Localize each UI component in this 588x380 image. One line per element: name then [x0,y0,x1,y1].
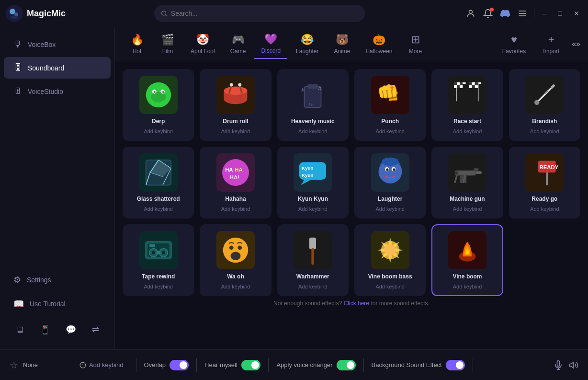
close-button[interactable]: ✕ [571,9,582,18]
tab-more[interactable]: ⊞ More [401,30,430,58]
sidebar-item-settings[interactable]: ⚙ Settings [4,269,111,291]
vine-boom-bass-keybind[interactable]: Add keybind [375,284,405,289]
machine-gun-keybind[interactable]: Add keybind [453,206,482,212]
heavenly-image: ♪ ♫ ♪♪ [294,76,332,114]
laughter-icon: 😂 [301,34,314,46]
heavenly-keybind[interactable]: Add keybind [298,128,328,134]
race-start-name: Race start [453,118,481,125]
tab-halloween[interactable]: 🎃 Halloween [359,30,399,58]
collapse-button[interactable]: «» [572,40,580,48]
brandish-image [525,76,564,114]
hear-myself-toggle[interactable] [241,360,260,370]
click-here-link[interactable]: Click here [344,300,369,307]
punch-keybind[interactable]: Add keybind [375,128,405,134]
tape-keybind[interactable]: Add keybind [144,284,173,289]
hear-myself-toggle-group: Hear myself [204,360,260,370]
background-sound-toggle[interactable] [446,360,465,370]
discord-icon[interactable] [499,8,511,19]
sound-card-vine-boom[interactable]: Vine boom Add keybind [431,224,503,296]
svg-rect-24 [308,84,318,89]
tab-hot[interactable]: 🔥 Hot [123,30,151,58]
svg-text:♪: ♪ [301,86,304,93]
add-keybind-label: Add keybind [89,361,124,368]
add-keybind-button[interactable]: Add keybind [75,359,128,370]
tab-import[interactable]: + Import [536,30,566,58]
microphone-icon[interactable] [554,360,563,370]
search-input[interactable] [171,10,358,17]
sound-card-laughter[interactable]: Laughter Add keybind [354,147,426,219]
svg-point-86 [152,251,155,254]
sound-card-hahaha[interactable]: HA HA HA! Hahaha Add keybind [200,147,271,219]
transfer-icon[interactable]: ⇌ [89,322,102,338]
sound-card-kyun-kyun[interactable]: Kyun Kyun Kyun Kyun Add keybind [277,147,349,219]
sound-card-wa-oh[interactable]: Wa oh Add keybind [200,224,271,296]
tab-april-fool[interactable]: 🤡 April Fool [184,30,222,58]
sound-card-machine-gun[interactable]: Machine gun Add keybind [431,147,503,219]
sound-card-glass[interactable]: Glass shattered Add keybind [123,147,194,219]
sound-card-derp[interactable]: Drp Derp Add keybind [123,69,194,141]
search-bar[interactable] [154,5,365,22]
sidebar-item-voicebox[interactable]: 🎙 VoiceBox [4,34,111,55]
tab-anime[interactable]: 🐻 Anime [327,30,357,58]
hahaha-keybind[interactable]: Add keybind [221,206,250,212]
sound-grid-wrapper[interactable]: Drp Derp Add keybind [115,61,588,349]
vine-boom-bass-name: Vine boom bass [368,273,412,280]
bb-divider-4 [363,358,364,372]
divider [534,9,534,18]
derp-keybind[interactable]: Add keybind [144,128,173,134]
volume-icon[interactable] [569,360,578,370]
sidebar-item-voicestudio[interactable]: 🎚 VoiceStudio [4,81,111,102]
hot-icon: 🔥 [131,34,144,46]
svg-text:HA: HA [235,167,242,173]
race-start-keybind[interactable]: Add keybind [453,128,482,134]
game-icon: 🎮 [232,34,245,46]
overlap-toggle[interactable] [170,360,189,370]
sound-card-brandish[interactable]: Brandish Add keybind [509,69,580,141]
sidebar-item-soundboard[interactable]: 🎛 Soundboard [4,57,111,79]
laughter-image [371,153,409,192]
tab-discord[interactable]: 💜 Discord [254,29,287,59]
apply-voice-toggle[interactable] [337,360,356,370]
tutorial-icon: 📖 [13,299,24,309]
notification-icon[interactable] [482,8,494,19]
sound-card-vine-boom-bass[interactable]: Vine boom bass Add keybind [354,224,426,296]
brandish-keybind[interactable]: Add keybind [530,128,559,134]
kyun-keybind[interactable]: Add keybind [298,206,328,212]
menu-icon[interactable] [517,8,528,19]
laughter-keybind[interactable]: Add keybind [375,206,405,212]
svg-point-18 [224,87,247,95]
sound-card-ready-go[interactable]: READY Ready go Add keybind [509,147,580,219]
glass-keybind[interactable]: Add keybind [144,206,173,212]
footer-note: Not enough sound effects? Click here for… [123,296,580,309]
user-icon[interactable] [465,8,476,19]
svg-point-4 [161,11,166,15]
warhammer-keybind[interactable]: Add keybind [298,284,328,289]
sound-card-heavenly[interactable]: ♪ ♫ ♪♪ Heavenly music Add keybind [277,69,349,141]
maximize-button[interactable]: □ [555,9,565,18]
bb-divider-2 [196,358,197,372]
tab-game-label: Game [230,48,246,55]
screen-share-icon[interactable]: 🖥 [12,322,27,338]
wa-oh-keybind[interactable]: Add keybind [221,284,250,289]
bb-divider-5 [473,358,473,372]
favorite-star-icon[interactable]: ☆ [10,359,18,371]
sound-card-punch[interactable]: 👊 ✦ ✦ Punch Add keybind [354,69,426,141]
sidebar-item-tutorial[interactable]: 📖 Use Tutorial [4,293,111,315]
sound-card-race-start[interactable]: Race start Add keybind [431,69,503,141]
tab-favorites[interactable]: ♥ Favorites [496,30,532,58]
vine-boom-keybind[interactable]: Add keybind [453,284,482,289]
tab-game[interactable]: 🎮 Game [224,30,253,58]
mobile-icon[interactable]: 📱 [37,322,53,338]
sound-card-drum-roll[interactable]: Drum roll Add keybind [200,69,271,141]
background-sound-toggle-group: Background Sound Effect [372,360,465,370]
chat-icon[interactable]: 💬 [63,322,79,338]
sound-card-tape-rewind[interactable]: Tape rewind Add keybind [123,224,194,296]
svg-line-77 [455,175,457,183]
tab-film[interactable]: 🎬 Film [153,30,182,58]
apply-voice-toggle-group: Apply voice changer [276,360,355,370]
sound-card-warhammer[interactable]: Warhammer Add keybind [277,224,349,296]
tab-laughter[interactable]: 😂 Laughter [289,30,325,58]
drum-roll-keybind[interactable]: Add keybind [221,128,250,134]
minimize-button[interactable]: – [540,9,550,18]
ready-go-keybind[interactable]: Add keybind [530,206,559,212]
